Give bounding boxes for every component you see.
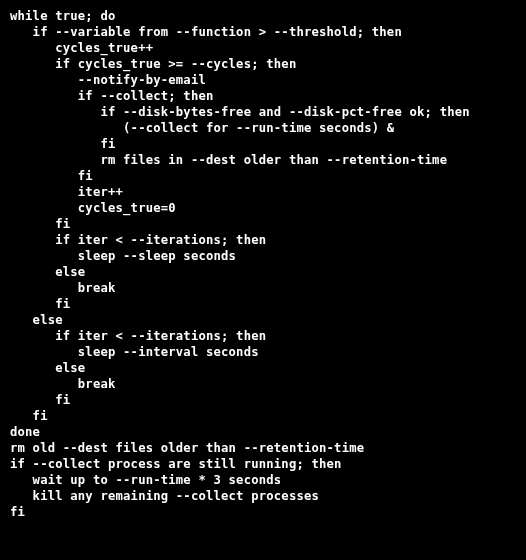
code-line: if --collect; then [10,88,516,104]
code-line: rm files in --dest older than --retentio… [10,152,516,168]
code-line: break [10,280,516,296]
code-line: fi [10,136,516,152]
code-line: fi [10,392,516,408]
code-line: wait up to --run-time * 3 seconds [10,472,516,488]
code-line: sleep --interval seconds [10,344,516,360]
code-line: if --disk-bytes-free and --disk-pct-free… [10,104,516,120]
code-line: else [10,360,516,376]
code-line: if cycles_true >= --cycles; then [10,56,516,72]
code-line: fi [10,168,516,184]
code-line: fi [10,216,516,232]
code-line: rm old --dest files older than --retenti… [10,440,516,456]
code-line: if iter < --iterations; then [10,328,516,344]
code-line: iter++ [10,184,516,200]
code-line: --notify-by-email [10,72,516,88]
code-line: break [10,376,516,392]
code-line: done [10,424,516,440]
code-line: if --variable from --function > --thresh… [10,24,516,40]
code-line: (--collect for --run-time seconds) & [10,120,516,136]
code-line: while true; do [10,8,516,24]
code-line: fi [10,408,516,424]
code-line: cycles_true=0 [10,200,516,216]
code-line: else [10,264,516,280]
code-line: sleep --sleep seconds [10,248,516,264]
code-line: cycles_true++ [10,40,516,56]
code-line: kill any remaining --collect processes [10,488,516,504]
code-line: if --collect process are still running; … [10,456,516,472]
code-line: fi [10,504,516,520]
code-block: while true; do if --variable from --func… [0,0,526,528]
code-line: if iter < --iterations; then [10,232,516,248]
code-line: else [10,312,516,328]
code-line: fi [10,296,516,312]
